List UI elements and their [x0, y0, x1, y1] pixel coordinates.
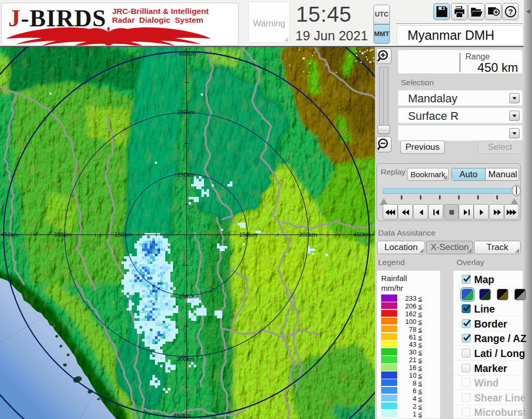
svg-text:150km: 150km: [115, 231, 133, 238]
svg-text:450km: 450km: [353, 231, 371, 238]
svg-text:450km: 450km: [178, 51, 196, 57]
svg-text:450km: 450km: [173, 412, 191, 418]
svg-text:450km: 450km: [1, 231, 19, 238]
svg-text:150km: 150km: [179, 293, 197, 300]
svg-text:300km: 300km: [177, 356, 195, 362]
svg-text:150km: 150km: [239, 231, 257, 238]
svg-text:150km: 150km: [177, 172, 195, 178]
svg-text:300km: 300km: [177, 109, 195, 115]
svg-text:300km: 300km: [299, 231, 317, 238]
svg-text:300km: 300km: [54, 231, 72, 238]
svg-text:?: ?: [508, 7, 513, 16]
